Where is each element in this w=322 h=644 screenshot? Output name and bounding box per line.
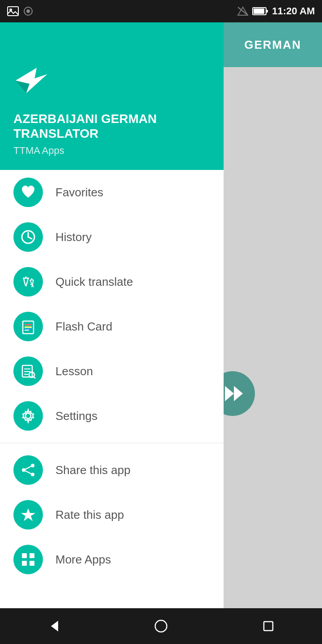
svg-line-5 bbox=[238, 7, 248, 15]
lesson-icon-circle bbox=[13, 356, 43, 386]
rate-label: Rate this app bbox=[55, 508, 124, 522]
history-label: History bbox=[55, 230, 92, 244]
more-apps-icon-circle bbox=[13, 545, 43, 574]
menu-item-quick-translate[interactable]: Quick translate bbox=[0, 259, 224, 304]
share-icon-circle bbox=[13, 455, 43, 485]
star-icon bbox=[20, 507, 36, 523]
menu-item-share[interactable]: Share this app bbox=[0, 448, 224, 492]
svg-rect-42 bbox=[30, 553, 34, 558]
svg-rect-7 bbox=[266, 10, 268, 13]
right-panel-title: GERMAN bbox=[244, 38, 301, 52]
svg-line-15 bbox=[28, 237, 32, 239]
menu-item-history[interactable]: History bbox=[0, 215, 224, 259]
circle-icon bbox=[23, 6, 33, 16]
heart-icon bbox=[20, 184, 36, 200]
svg-line-33 bbox=[34, 377, 35, 378]
home-button[interactable] bbox=[148, 613, 174, 640]
app-logo bbox=[13, 60, 210, 102]
send-icon bbox=[221, 382, 244, 405]
drawer-menu: Favorites History bbox=[0, 170, 224, 644]
logo-icon bbox=[13, 60, 54, 101]
share-label: Share this app bbox=[55, 463, 131, 477]
right-panel-header: GERMAN bbox=[224, 22, 322, 67]
svg-marker-40 bbox=[21, 508, 35, 521]
status-right-icons: 11:20 AM bbox=[237, 5, 315, 17]
recents-icon bbox=[261, 619, 275, 633]
svg-rect-43 bbox=[22, 561, 27, 566]
history-icon-circle bbox=[13, 222, 43, 252]
lesson-label: Lesson bbox=[55, 364, 93, 378]
svg-line-38 bbox=[24, 466, 33, 470]
svg-line-39 bbox=[24, 470, 33, 475]
favorites-icon-circle bbox=[13, 178, 43, 207]
menu-item-favorites[interactable]: Favorites bbox=[0, 170, 224, 215]
quick-translate-label: Quick translate bbox=[55, 275, 133, 289]
more-apps-label: More Apps bbox=[55, 553, 111, 567]
drawer-header: AZERBAIJANI GERMAN TRANSLATOR TTMA Apps bbox=[0, 22, 224, 170]
right-panel-content bbox=[224, 67, 322, 644]
settings-icon-circle bbox=[13, 401, 43, 431]
svg-point-34 bbox=[25, 413, 31, 419]
rate-icon-circle bbox=[13, 500, 43, 530]
menu-item-rate[interactable]: Rate this app bbox=[0, 492, 224, 537]
svg-rect-8 bbox=[254, 8, 264, 14]
status-time: 11:20 AM bbox=[272, 5, 315, 17]
home-icon bbox=[154, 619, 168, 633]
navigation-bar bbox=[0, 608, 322, 644]
menu-item-flash-card[interactable]: Flash Card bbox=[0, 304, 224, 349]
recents-button[interactable] bbox=[255, 613, 282, 640]
grid-icon bbox=[20, 551, 36, 568]
status-bar: 11:20 AM bbox=[0, 0, 322, 22]
quick-translate-icon-circle bbox=[13, 267, 43, 297]
menu-item-lesson[interactable]: Lesson bbox=[0, 349, 224, 394]
status-left-icons bbox=[7, 6, 33, 16]
signal-off-icon bbox=[237, 6, 249, 16]
settings-icon bbox=[20, 408, 36, 424]
settings-label: Settings bbox=[55, 409, 97, 423]
clock-icon bbox=[20, 229, 36, 245]
svg-point-3 bbox=[26, 9, 30, 13]
svg-rect-44 bbox=[30, 561, 34, 566]
svg-marker-10 bbox=[234, 386, 243, 401]
svg-point-46 bbox=[155, 620, 167, 632]
svg-rect-0 bbox=[8, 7, 18, 16]
flash-card-icon-circle bbox=[13, 312, 43, 341]
menu-item-more-apps[interactable]: More Apps bbox=[0, 537, 224, 582]
svg-marker-45 bbox=[51, 621, 58, 631]
battery-icon bbox=[252, 6, 268, 16]
menu-item-settings[interactable]: Settings bbox=[0, 394, 224, 438]
share-icon bbox=[20, 462, 36, 478]
flash-card-label: Flash Card bbox=[55, 320, 112, 334]
translate-icon bbox=[20, 274, 36, 290]
right-panel: GERMAN bbox=[224, 22, 322, 644]
app-subtitle: TTMA Apps bbox=[13, 145, 210, 157]
svg-marker-9 bbox=[225, 386, 234, 401]
favorites-label: Favorites bbox=[55, 186, 103, 199]
flashcard-icon bbox=[20, 318, 36, 335]
app-title: AZERBAIJANI GERMAN TRANSLATOR bbox=[13, 111, 210, 141]
image-icon bbox=[7, 6, 19, 16]
svg-marker-11 bbox=[16, 68, 47, 93]
back-button[interactable] bbox=[40, 613, 67, 640]
lesson-icon bbox=[20, 363, 36, 379]
back-icon bbox=[47, 619, 61, 633]
svg-rect-41 bbox=[22, 553, 27, 558]
svg-rect-47 bbox=[264, 622, 273, 631]
menu-divider bbox=[0, 443, 224, 443]
navigation-drawer: AZERBAIJANI GERMAN TRANSLATOR TTMA Apps … bbox=[0, 22, 224, 644]
